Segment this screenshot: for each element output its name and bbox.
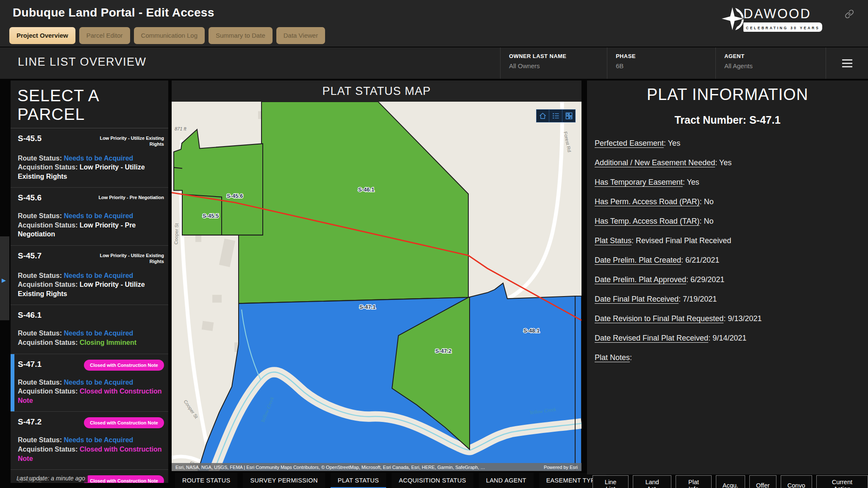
parcel-lbl-text: S-46.1: [358, 186, 374, 192]
hamburger-menu-button[interactable]: [826, 47, 868, 79]
parcel-status-badge: Closed with Construction Note: [84, 360, 164, 371]
brand-name: DAWOOD: [743, 6, 822, 22]
map-btn-acquisition-status[interactable]: ACQUISITION STATUS: [392, 473, 473, 488]
parcel-lbl-text: S-45.6: [227, 193, 243, 199]
attribution-text: Esri, NASA, NGA, USGS, FEMA | Esri Commu…: [175, 465, 485, 470]
line-list-overview-bar: LINE LIST OVERVIEW OWNER LAST NAME All O…: [0, 47, 868, 79]
plat-field: Date Revision to Final Plat Requested: 9…: [595, 314, 868, 323]
parcel-priority-label: Low Priority - Utilize Existing Rights: [94, 251, 164, 265]
plat-field: Date Revised Final Plat Received: 9/14/2…: [595, 334, 868, 343]
dawood-logo: DAWOOD CELEBRATING 30 YEARS: [720, 3, 821, 36]
share-link-icon[interactable]: [845, 9, 854, 19]
overview-title: LINE LIST OVERVIEW: [18, 55, 147, 69]
filter-agent[interactable]: AGENT All Agents: [715, 47, 826, 79]
plat-fields: Perfected Easement: YesAdditional / New …: [595, 139, 868, 362]
detail-tab-acqu-[interactable]: Acqu.: [716, 475, 745, 488]
plat-field: Plat Notes:: [595, 353, 868, 362]
map-btn-survey-permission[interactable]: SURVEY PERMISSION: [243, 473, 325, 488]
plat-field: Plat Status: Revised Final Plat Received: [595, 236, 868, 245]
map-controls: [536, 109, 576, 122]
parcel-list-item[interactable]: S-45.5 Low Priority - Utilize Existing R…: [11, 128, 168, 188]
plat-field: Date Prelim. Plat Approved: 6/29/2021: [595, 275, 868, 284]
parcel-list-item[interactable]: S-45.6 Low Priority - Pre Negotiation Ro…: [11, 188, 168, 246]
map-btn-plat-status[interactable]: PLAT STATUS: [331, 473, 386, 488]
route-status-value: Needs to be Acquired: [64, 379, 133, 386]
basemap-gallery-button[interactable]: [562, 109, 576, 122]
basemap-grid-icon: [565, 112, 573, 120]
route-status-value: Needs to be Acquired: [64, 155, 133, 162]
detail-tab-row: Line ListLand Act.Plat InfoAcqu.OfferCon…: [593, 475, 868, 488]
powered-by-esri: Powered by Esri: [544, 465, 578, 470]
top-header: Dubuque Land Portal - Edit Access Projec…: [0, 0, 868, 47]
parcel-priority-label: Low Priority - Pre Negotiation: [98, 193, 164, 201]
route-status-value: Needs to be Acquired: [64, 212, 133, 219]
route-status-value: Needs to be Acquired: [64, 272, 133, 279]
parcel-lbl-text: S-47.1: [359, 304, 376, 310]
plat-information-panel: PLAT INFORMATION Tract Number: S-47.1 Pe…: [587, 80, 868, 474]
dawood-star-icon: [720, 5, 746, 33]
filter-phase[interactable]: PHASE 6B: [607, 47, 715, 79]
nav-tab-project-overview[interactable]: Project Overview: [9, 27, 75, 44]
map-panel-title: PLAT STATUS MAP: [172, 80, 581, 102]
parcel-list-item[interactable]: S-46.1 Route Status: Needs to be Acquire…: [11, 305, 168, 354]
sidebar-expand-handle[interactable]: ▶: [0, 236, 9, 320]
parcel-list-item[interactable]: S-47.2 Closed with Construction Note Rou…: [11, 412, 168, 470]
parcel-list-item[interactable]: S-47.1 Closed with Construction Note Rou…: [11, 354, 168, 412]
parcel-id: S-47.2: [18, 417, 42, 427]
plat-field: Has Temporary Easement: Yes: [595, 178, 868, 187]
plat-field: Has Perm. Access Road (PAR): No: [595, 197, 868, 206]
parcel-lbl-text: S-48.1: [523, 327, 540, 334]
parcel-list-panel: SELECT A PARCEL S-45.5 Low Priority - Ut…: [11, 80, 168, 483]
road-lbl-text: Cooper St: [173, 223, 179, 244]
layer-list-icon: [552, 112, 560, 120]
tract-number: Tract Number: S-47.1: [587, 114, 868, 126]
plat-field: Date Final Plat Received: 7/19/2021: [595, 295, 868, 304]
nav-tab-data-viewer[interactable]: Data Viewer: [276, 27, 325, 44]
parcel-list: S-45.5 Low Priority - Utilize Existing R…: [11, 128, 168, 483]
map-attribution: Esri, NASA, NGA, USGS, FEMA | Esri Commu…: [172, 463, 581, 471]
detail-tab-plat-info[interactable]: Plat Info: [676, 475, 711, 488]
parcel-status-badge: Closed with Construction Note: [84, 417, 164, 428]
plat-field: Additional / New Easement Needed: Yes: [595, 158, 868, 167]
detail-tab-line-list[interactable]: Line List: [593, 475, 629, 488]
plat-field: Date Prelim. Plat Created: 6/21/2021: [595, 256, 868, 265]
map-canvas[interactable]: S-45.6S-45.5S-46.1S-47.1S-47.2S-48.1Coop…: [172, 102, 581, 471]
app-title: Dubuque Land Portal - Edit Access: [13, 6, 214, 19]
parcel-lbl-text: S-45.5: [203, 213, 219, 219]
nav-tab-summary-to-date[interactable]: Summary to Date: [209, 27, 273, 44]
map-scale-label: 871 ft: [175, 126, 186, 131]
home-extent-button[interactable]: [536, 109, 549, 122]
parcel-priority-label: Low Priority - Utilize Existing Rights: [94, 134, 164, 147]
route-status-value: Needs to be Acquired: [64, 330, 133, 337]
map-status-button-row: ROUTE STATUSSURVEY PERMISSIONPLAT STATUS…: [175, 473, 606, 488]
parcel-list-item[interactable]: S-45.7 Low Priority - Utilize Existing R…: [11, 246, 168, 305]
nav-tab-communication-log[interactable]: Communication Log: [134, 27, 205, 44]
parcel-id: S-47.1: [18, 360, 42, 369]
legend-button[interactable]: [549, 109, 562, 122]
filter-owner-last-name[interactable]: OWNER LAST NAME All Owners: [500, 47, 607, 79]
parcel-panel-title: SELECT A PARCEL: [11, 80, 168, 128]
map-btn-land-agent[interactable]: LAND AGENT: [479, 473, 534, 488]
detail-tab-current-action[interactable]: Current Action: [816, 475, 868, 488]
nav-tab-parcel-editor[interactable]: Parcel Editor: [79, 27, 130, 44]
hamburger-icon: [842, 59, 852, 67]
brand-banner: CELEBRATING 30 YEARS: [743, 22, 822, 32]
parcel-id: S-45.5: [18, 134, 42, 143]
plat-panel-title: PLAT INFORMATION: [587, 86, 868, 104]
app-window: Dubuque Land Portal - Edit Access Projec…: [0, 0, 868, 488]
parcel-id: S-45.7: [18, 251, 42, 261]
chevron-right-icon: ▶: [2, 277, 6, 283]
plat-field: Perfected Easement: Yes: [595, 139, 868, 148]
detail-tab-offer[interactable]: Offer: [749, 475, 776, 488]
plat-status-map-panel: PLAT STATUS MAP: [172, 80, 581, 471]
route-status-value: Needs to be Acquired: [64, 436, 133, 444]
basemap: S-45.6S-45.5S-46.1S-47.1S-47.2S-48.1Coop…: [172, 102, 581, 471]
main-nav-tabs: Project OverviewParcel EditorCommunicati…: [9, 27, 325, 44]
detail-tab-convo[interactable]: Convo: [781, 475, 812, 488]
detail-tab-land-act-[interactable]: Land Act.: [633, 475, 671, 488]
parcel-id: S-45.6: [18, 193, 42, 202]
parcel-id: S-46.1: [18, 311, 42, 320]
acquisition-status-value: Closing Imminent: [80, 339, 136, 346]
map-btn-route-status[interactable]: ROUTE STATUS: [175, 473, 237, 488]
plat-field: Has Temp. Access Road (TAR): No: [595, 217, 868, 226]
